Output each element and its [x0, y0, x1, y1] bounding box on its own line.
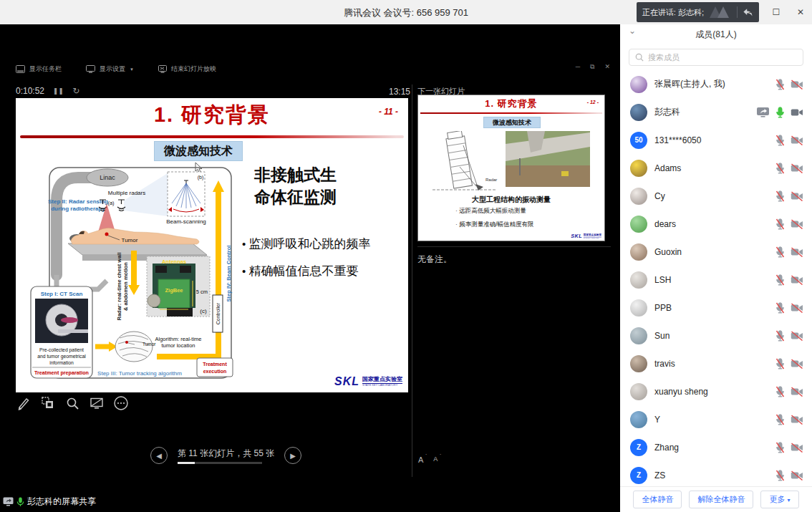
- svg-text:(a): (a): [107, 200, 115, 206]
- speaker-notes: 无备注。: [417, 246, 611, 266]
- member-search-input[interactable]: [648, 53, 797, 62]
- black-screen-icon[interactable]: [89, 395, 105, 411]
- member-row[interactable]: 张晨晖(主持人, 我): [620, 70, 812, 98]
- next-slide-button[interactable]: ▶: [284, 447, 301, 464]
- mic-icon[interactable]: [775, 330, 785, 342]
- avatar-initial: Z: [637, 471, 641, 479]
- camera-icon[interactable]: [791, 79, 803, 90]
- member-row[interactable]: Sun: [620, 322, 812, 349]
- presenter-minimize-icon[interactable]: ─: [576, 63, 580, 71]
- camera-icon[interactable]: [791, 470, 803, 480]
- mic-icon[interactable]: [775, 246, 785, 258]
- mic-icon[interactable]: [775, 190, 785, 202]
- all-slides-icon[interactable]: [40, 395, 56, 411]
- mute-all-button[interactable]: 全体静音: [633, 491, 682, 508]
- svg-text:& abdomen motion: & abdomen motion: [122, 262, 129, 311]
- preview-caption: 大型工程结构的振动测量: [418, 195, 604, 205]
- member-row[interactable]: Adams: [620, 154, 812, 182]
- mic-icon[interactable]: [775, 218, 785, 230]
- mic-icon[interactable]: [775, 358, 785, 369]
- mic-icon[interactable]: [775, 302, 785, 314]
- zoom-tool-icon[interactable]: [64, 395, 80, 411]
- display-icon: [86, 65, 95, 73]
- slide-progress-bar: [178, 462, 262, 464]
- mic-icon[interactable]: [775, 163, 785, 174]
- tech-label-box: 微波感知技术: [483, 117, 541, 128]
- mic-icon[interactable]: [775, 470, 785, 481]
- more-button[interactable]: 更多 ▾: [760, 491, 798, 508]
- member-row[interactable]: xuanyu sheng: [620, 377, 812, 405]
- screen-share-badge-icon: [756, 107, 770, 117]
- slide-progress-fill: [178, 462, 195, 464]
- member-row[interactable]: 彭志科: [620, 98, 812, 126]
- show-taskbar-button[interactable]: 显示任务栏: [16, 64, 62, 74]
- member-row[interactable]: PPB: [620, 294, 812, 322]
- presentation-timer: 0:10:52 ❚❚ ↻: [16, 86, 79, 96]
- svg-text:Multiple radars: Multiple radars: [108, 190, 145, 196]
- avatar: [630, 160, 647, 177]
- member-row[interactable]: Z ZS: [620, 461, 812, 487]
- camera-icon[interactable]: [791, 359, 803, 369]
- voice-wave-icon: [708, 5, 733, 19]
- presenter-close-icon[interactable]: ✕: [604, 63, 610, 71]
- svg-text:Antennas: Antennas: [162, 259, 186, 265]
- camera-icon[interactable]: [791, 191, 803, 201]
- preview-page-number: - 12 -: [587, 100, 599, 105]
- camera-icon[interactable]: [791, 331, 803, 341]
- camera-icon[interactable]: [791, 443, 803, 453]
- display-settings-button[interactable]: 显示设置 ▼: [86, 64, 134, 74]
- camera-icon[interactable]: [791, 415, 803, 425]
- avatar: [630, 355, 647, 372]
- svg-text:Step III: Tumor tracking algor: Step III: Tumor tracking algorithm: [97, 370, 182, 377]
- svg-text:Step I: CT Scan: Step I: CT Scan: [41, 291, 83, 297]
- member-row[interactable]: LSH: [620, 266, 812, 294]
- camera-icon[interactable]: [791, 135, 803, 145]
- camera-icon[interactable]: [791, 275, 803, 285]
- camera-icon[interactable]: [791, 163, 803, 173]
- svg-text:and tumor geometrical: and tumor geometrical: [37, 354, 86, 359]
- speaking-label: 正在讲话: 彭志科;: [642, 7, 704, 18]
- next-slide-preview[interactable]: 1. 研究背景 - 12 - 微波感知技术 Radar: [417, 95, 605, 241]
- mic-icon[interactable]: [775, 274, 785, 286]
- camera-icon[interactable]: [791, 303, 803, 313]
- restart-timer-icon[interactable]: ↻: [72, 86, 79, 96]
- member-name: Y: [654, 415, 775, 425]
- slide-bullet: 精确幅值信息不重要: [242, 264, 403, 279]
- treatment-table: [68, 243, 207, 255]
- member-row[interactable]: dears: [620, 210, 812, 238]
- mic-icon[interactable]: [775, 414, 785, 425]
- slide-navigation: ◀ 第 11 张幻灯片，共 55 张 ▶: [150, 447, 301, 464]
- member-row[interactable]: travis: [620, 349, 812, 377]
- pen-tool-icon[interactable]: [16, 395, 32, 411]
- member-name: Cy: [654, 191, 775, 201]
- member-row[interactable]: Cy: [620, 182, 812, 210]
- mic-icon[interactable]: [775, 79, 785, 90]
- member-row[interactable]: Y: [620, 405, 812, 433]
- camera-icon[interactable]: [791, 219, 803, 229]
- member-row[interactable]: 50 131****6050: [620, 126, 812, 154]
- more-options-icon[interactable]: [113, 395, 129, 411]
- member-search[interactable]: [629, 49, 803, 66]
- maximize-button[interactable]: ☐: [769, 7, 783, 17]
- avatar-initial: 50: [634, 136, 642, 144]
- camera-icon[interactable]: [791, 247, 803, 257]
- member-row[interactable]: Z Zhang: [620, 433, 812, 461]
- unmute-all-button[interactable]: 解除全体静音: [689, 491, 753, 508]
- mic-icon[interactable]: [775, 386, 785, 397]
- presenter-restore-icon[interactable]: ⧉: [590, 63, 594, 71]
- pause-timer-icon[interactable]: ❚❚: [53, 87, 64, 95]
- mic-icon[interactable]: [775, 107, 785, 118]
- font-increase-button[interactable]: A: [418, 455, 423, 464]
- mic-icon[interactable]: [775, 135, 785, 146]
- minimize-button[interactable]: ─: [745, 7, 759, 17]
- font-decrease-button[interactable]: A: [433, 455, 438, 464]
- mic-icon[interactable]: [775, 442, 785, 453]
- end-slideshow-button[interactable]: 结束幻灯片放映: [158, 64, 216, 74]
- camera-icon[interactable]: [791, 387, 803, 397]
- camera-icon[interactable]: [791, 107, 803, 117]
- svg-text:Step IV: Beam Control: Step IV: Beam Control: [226, 246, 232, 302]
- close-button[interactable]: ✕: [793, 7, 808, 17]
- avatar: 50: [630, 132, 647, 149]
- previous-slide-button[interactable]: ◀: [150, 447, 168, 464]
- member-row[interactable]: Guoxin: [620, 238, 812, 266]
